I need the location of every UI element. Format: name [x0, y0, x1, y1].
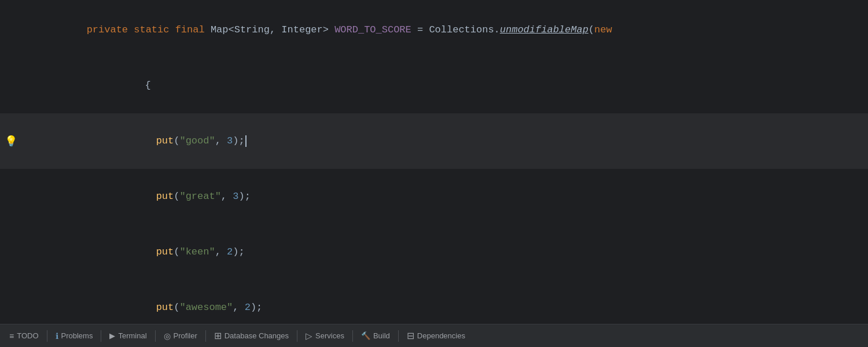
code-line-3: 💡 put("good", 3); — [0, 113, 868, 169]
code-line-5: put("keen", 2); — [0, 224, 868, 280]
divider-1 — [47, 330, 47, 342]
build-icon: 🔨 — [361, 332, 370, 339]
services-label: Services — [315, 331, 344, 340]
code-text-2: { — [35, 58, 151, 113]
build-label: Build — [373, 331, 390, 340]
toolbar-todo[interactable]: ≡ TODO — [2, 324, 46, 347]
divider-4 — [205, 330, 206, 342]
profiler-label: Profiler — [174, 331, 197, 340]
code-text-6: put("awesome", 2); — [35, 280, 262, 324]
dependencies-icon: ⊟ — [407, 331, 414, 341]
code-text-4: put("great", 3); — [35, 169, 251, 224]
code-editor[interactable]: private static final Map<String, Integer… — [0, 0, 868, 324]
code-line-1: private static final Map<String, Integer… — [0, 2, 868, 58]
code-text-3: put("good", 3); — [35, 113, 247, 169]
toolbar-database[interactable]: ⊞ Database Changes — [207, 324, 296, 347]
toolbar-profiler[interactable]: ◎ Profiler — [157, 324, 204, 347]
divider-6 — [352, 330, 353, 342]
bulb-icon[interactable]: 💡 — [5, 135, 17, 147]
code-text-1: private static final Map<String, Integer… — [35, 2, 612, 58]
toolbar-terminal[interactable]: ▶ Terminal — [102, 324, 153, 347]
database-label: Database Changes — [225, 331, 289, 340]
problems-icon: ℹ — [56, 332, 58, 340]
toolbar-services[interactable]: ▷ Services — [299, 324, 351, 347]
divider-2 — [101, 330, 101, 342]
divider-7 — [398, 330, 399, 342]
todo-label: TODO — [17, 331, 38, 340]
profiler-icon: ◎ — [164, 332, 171, 340]
dependencies-label: Dependencies — [417, 331, 465, 340]
divider-3 — [155, 330, 156, 342]
toolbar-problems[interactable]: ℹ Problems — [49, 324, 100, 347]
bottom-toolbar: ≡ TODO ℹ Problems ▶ Terminal ◎ Profiler … — [0, 324, 868, 347]
divider-5 — [297, 330, 297, 342]
terminal-label: Terminal — [118, 331, 146, 340]
terminal-icon: ▶ — [109, 332, 115, 339]
services-icon: ▷ — [306, 331, 312, 340]
code-line-2: { — [0, 58, 868, 113]
todo-icon: ≡ — [9, 332, 14, 340]
database-icon: ⊞ — [214, 331, 222, 341]
code-line-6: put("awesome", 2); — [0, 280, 868, 324]
toolbar-build[interactable]: 🔨 Build — [354, 324, 397, 347]
toolbar-dependencies[interactable]: ⊟ Dependencies — [400, 324, 472, 347]
problems-label: Problems — [61, 331, 93, 340]
code-text-5: put("keen", 2); — [35, 224, 245, 280]
code-line-4: put("great", 3); — [0, 169, 868, 224]
